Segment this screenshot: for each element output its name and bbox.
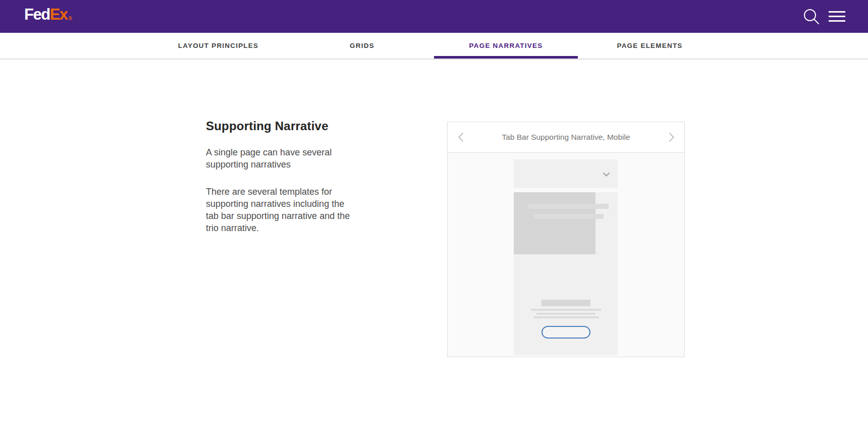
- registered-trademark-icon: ®: [69, 16, 72, 22]
- narrative-text-column: Supporting Narrative A single page can h…: [206, 119, 357, 234]
- wireframe-image-placeholder: [514, 192, 595, 254]
- chevron-right-icon[interactable]: [665, 130, 677, 144]
- wireframe-outline-button: [541, 326, 590, 339]
- page-title: Supporting Narrative: [206, 119, 357, 133]
- tabs-container: LAYOUT PRINCIPLES GRIDS PAGE NARRATIVES …: [146, 33, 722, 59]
- wireframe-dropdown-bar: [514, 159, 618, 188]
- tab-page-elements[interactable]: PAGE ELEMENTS: [578, 33, 722, 59]
- tab-layout-principles[interactable]: LAYOUT PRINCIPLES: [146, 33, 290, 59]
- hamburger-menu-icon[interactable]: [829, 11, 845, 22]
- section-tabbar: LAYOUT PRINCIPLES GRIDS PAGE NARRATIVES …: [0, 33, 868, 60]
- wireframe-text-line-3: [534, 316, 599, 318]
- narrative-example-card: Tab Bar Supporting Narrative, Mobile: [447, 122, 685, 357]
- chevron-down-icon: [603, 172, 610, 177]
- app-header: FedEx®: [0, 0, 868, 33]
- carousel-header: Tab Bar Supporting Narrative, Mobile: [448, 122, 684, 153]
- narrative-paragraph-1: A single page can have several supportin…: [206, 146, 357, 171]
- logo-ex-text: Ex: [50, 7, 68, 22]
- search-icon[interactable]: [802, 8, 821, 26]
- logo-fed-text: Fed: [24, 7, 50, 22]
- wireframe-title-bar-2: [533, 214, 604, 219]
- fedex-logo[interactable]: FedEx®: [24, 7, 72, 22]
- tab-grids[interactable]: GRIDS: [290, 33, 434, 59]
- wireframe-content-block: [514, 192, 618, 355]
- carousel-slide: [448, 153, 684, 357]
- mobile-wireframe: [514, 159, 618, 355]
- wireframe-subtitle-bar: [541, 300, 590, 306]
- wireframe-title-bar-1: [528, 204, 609, 209]
- wireframe-text-line-1: [531, 309, 601, 311]
- tab-page-narratives[interactable]: PAGE NARRATIVES: [434, 33, 578, 59]
- carousel-caption: Tab Bar Supporting Narrative, Mobile: [467, 133, 665, 142]
- chevron-left-icon[interactable]: [455, 130, 467, 144]
- narrative-paragraph-2: There are several templates for supporti…: [206, 186, 357, 234]
- wireframe-text-line-2: [536, 313, 595, 315]
